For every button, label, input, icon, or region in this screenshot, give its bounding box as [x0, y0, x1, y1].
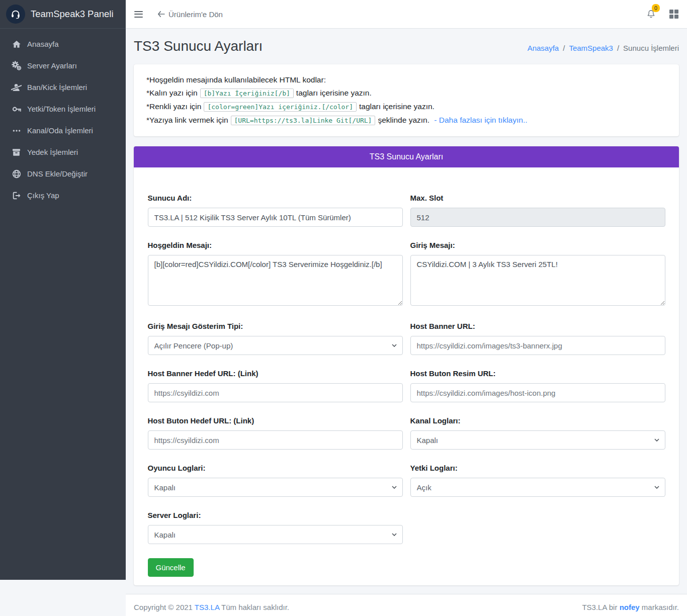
grid-icon[interactable]: [669, 10, 678, 19]
user-slash-icon: [10, 82, 23, 93]
sidebar-nav: Anasayfa: [0, 29, 126, 211]
breadcrumb-link-anasayfa[interactable]: Anasayfa: [528, 44, 559, 52]
footer-ts3la-link[interactable]: TS3.LA: [195, 603, 219, 611]
brand-title: TeamSpeak3 Paneli: [31, 9, 114, 20]
server-loglari-select[interactable]: Kapalı: [148, 525, 403, 544]
more-info-link[interactable]: - Daha fazlası için tıklayın..: [434, 116, 527, 124]
breadcrumb: Anasayfa / TeamSpeak3 / Sunucu İşlemleri: [528, 44, 679, 52]
sign-out-icon: [10, 191, 23, 201]
host-buton-hedef-label: Host Buton Hedef URL: (Link): [148, 416, 403, 425]
sidebar: TeamSpeak3 Paneli Anasayfa: [0, 0, 126, 580]
notification-badge: 0: [652, 4, 660, 12]
sidebar-item-dns[interactable]: DNS Ekle/Değiştir: [4, 163, 122, 185]
sidebar-item-yedek[interactable]: Yedek İşlemleri: [4, 141, 122, 163]
top-navbar: Ürünlerim'e Dön 0: [126, 0, 687, 29]
giris-mesaji-label: Giriş Mesajı:: [410, 241, 665, 250]
footer: Copyright © 2021 TS3.LA Tüm hakları sakl…: [126, 594, 687, 616]
home-icon: [10, 39, 23, 49]
bell-icon: [646, 12, 656, 21]
bbcode-bold-sample: [b]Yazı İçeriğiniz[/b]: [200, 89, 294, 98]
hosgeldin-mesaji-textarea[interactable]: [b][color=red]CSYildizi.COM[/color] TS3 …: [148, 255, 403, 306]
yetki-loglari-select[interactable]: Açık: [410, 478, 665, 497]
hosgeldin-mesaji-label: Hoşgeldin Mesajı:: [148, 241, 403, 250]
info-line-1: *Hoşgeldin mesajında kullanılabilecek HT…: [146, 73, 666, 86]
kanal-loglari-label: Kanal Logları:: [410, 416, 665, 425]
info-line-4: *Yazıya link vermek için[URL=https://ts3…: [146, 114, 666, 127]
sunucu-adi-label: Sunucu Adı:: [148, 194, 403, 203]
server-settings-card: TS3 Sunucu Ayarları Sunucu Adı: Max. Slo…: [134, 146, 679, 585]
giris-mesaji-textarea[interactable]: CSYildizi.COM | 3 Aylık TS3 Serveri 25TL…: [410, 255, 665, 306]
host-banner-url-input[interactable]: [410, 336, 665, 355]
footer-copyright: Copyright © 2021 TS3.LA Tüm hakları sakl…: [134, 603, 289, 611]
breadcrumb-current: Sunucu İşlemleri: [623, 44, 679, 52]
host-banner-url-label: Host Banner URL:: [410, 322, 665, 331]
arrow-left-icon: [157, 11, 165, 18]
sidebar-item-kanal-oda[interactable]: Kanal/Oda İşlemleri: [4, 120, 122, 141]
server-settings-form: Sunucu Adı: Max. Slot Hoşgeldin Mesajı: …: [134, 167, 679, 585]
page-title: TS3 Sunucu Ayarları: [134, 38, 263, 55]
gosterim-tipi-label: Giriş Mesajı Gösterim Tipi:: [148, 322, 403, 331]
footer-nofey-link[interactable]: nofey: [620, 603, 640, 611]
sidebar-brand[interactable]: TeamSpeak3 Paneli: [0, 0, 126, 29]
sidebar-item-server-ayarlari[interactable]: Server Ayarları: [4, 55, 122, 76]
host-banner-hedef-input[interactable]: [148, 383, 403, 402]
breadcrumb-separator: /: [563, 44, 565, 52]
host-buton-resim-input[interactable]: [410, 383, 665, 402]
headset-icon: [6, 5, 25, 24]
gears-icon: [10, 60, 23, 71]
host-buton-hedef-input[interactable]: [148, 430, 403, 450]
oyuncu-loglari-label: Oyuncu Loglari:: [148, 464, 403, 473]
guncelle-button[interactable]: Güncelle: [148, 558, 194, 577]
gosterim-tipi-select[interactable]: Açılır Pencere (Pop-up): [148, 336, 403, 355]
max-slot-input: [410, 208, 665, 227]
html-codes-info-card: *Hoşgeldin mesajında kullanılabilecek HT…: [134, 64, 679, 136]
ellipsis-icon: [10, 126, 23, 135]
hamburger-icon[interactable]: [134, 9, 143, 20]
max-slot-label: Max. Slot: [410, 194, 665, 203]
breadcrumb-link-teamspeak3[interactable]: TeamSpeak3: [569, 44, 613, 52]
info-line-3: *Renkli yazı için[color=green]Yazı içeri…: [146, 100, 666, 114]
kanal-loglari-select[interactable]: Kapalı: [410, 430, 665, 450]
key-icon: [10, 104, 23, 114]
host-banner-hedef-label: Host Banner Hedef URL: (Link): [148, 369, 403, 378]
sidebar-item-cikis[interactable]: Çıkış Yap: [4, 185, 122, 206]
info-line-2: *Kalın yazı için[b]Yazı İçeriğiniz[/b]ta…: [146, 86, 666, 100]
footer-brand: TS3.LA bir nofey markasıdır.: [582, 603, 679, 611]
sunucu-adi-input[interactable]: [148, 208, 403, 227]
notifications-button[interactable]: 0: [646, 7, 656, 21]
yetki-loglari-label: Yetki Logları:: [410, 464, 665, 473]
host-buton-resim-label: Host Buton Resim URL:: [410, 369, 665, 378]
archive-icon: [10, 147, 23, 157]
content-header: TS3 Sunucu Ayarları Anasayfa / TeamSpeak…: [126, 29, 687, 64]
bbcode-url-sample: [URL=https://ts3.la]Linke Git[/URL]: [231, 116, 376, 125]
sidebar-item-anasayfa[interactable]: Anasayfa: [4, 33, 122, 55]
globe-icon: [10, 169, 23, 179]
card-header-title: TS3 Sunucu Ayarları: [134, 146, 679, 167]
bbcode-color-sample: [color=green]Yazı içeriğiniz.[/color]: [204, 102, 357, 112]
server-loglari-label: Server Loglari:: [148, 511, 403, 520]
oyuncu-loglari-select[interactable]: Kapalı: [148, 478, 403, 497]
sidebar-item-ban-kick[interactable]: Ban/Kick İşlemleri: [4, 76, 122, 98]
sidebar-item-yetki-token[interactable]: Yetki/Token İşlemleri: [4, 98, 122, 120]
breadcrumb-separator: /: [617, 44, 619, 52]
back-to-products-link[interactable]: Ürünlerim'e Dön: [157, 10, 223, 19]
